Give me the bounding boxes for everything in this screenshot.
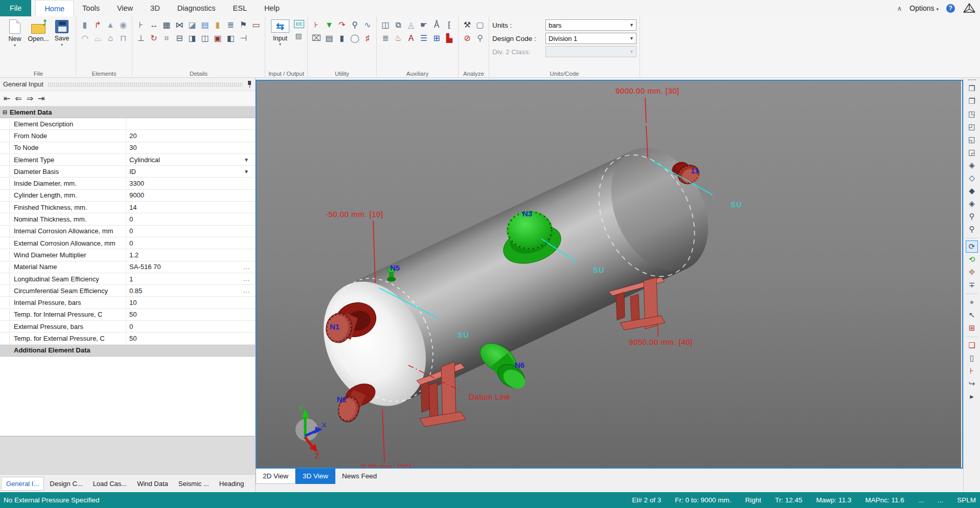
property-value[interactable]: 30 bbox=[126, 142, 255, 153]
two-cylinders-icon[interactable]: ◫ bbox=[380, 19, 391, 31]
hand-pick-icon[interactable]: ☛ bbox=[418, 19, 429, 31]
view-tab-2dview[interactable]: 2D View bbox=[256, 469, 295, 484]
tab-view[interactable]: View bbox=[108, 0, 142, 16]
panel-tab-winddata[interactable]: Wind Data bbox=[132, 477, 173, 490]
panel-tab-generali[interactable]: General I... bbox=[1, 477, 44, 491]
ellipsis-button[interactable]: ... bbox=[243, 275, 250, 282]
pdf-icon[interactable]: ▙ bbox=[444, 33, 455, 44]
select-arrow-icon[interactable]: ↖ bbox=[966, 309, 978, 321]
property-value[interactable]: 0 bbox=[126, 237, 255, 249]
property-value[interactable]: 0 bbox=[126, 321, 255, 332]
ring-icon[interactable]: ◯ bbox=[349, 33, 360, 44]
first-element-button[interactable]: ⇤ bbox=[4, 94, 10, 103]
insulation-icon[interactable]: ▮ bbox=[212, 19, 223, 31]
view-cube-sw-icon[interactable]: ❐ bbox=[966, 95, 978, 107]
weld-seam-icon[interactable]: ◧ bbox=[225, 33, 236, 44]
clip-icon[interactable]: ▣ bbox=[212, 33, 223, 44]
property-value[interactable]: 10 bbox=[126, 297, 255, 308]
legs-icon[interactable]: ◫ bbox=[199, 33, 211, 44]
corner-box-icon[interactable]: ⧉ bbox=[393, 19, 404, 31]
link-icon[interactable]: ∿ bbox=[362, 19, 373, 31]
analyze-run-icon[interactable]: ⚒ bbox=[462, 19, 473, 31]
force-moment-icon[interactable]: ↻ bbox=[148, 33, 159, 44]
tab-3d[interactable]: 3D bbox=[142, 0, 169, 16]
stiffening-ring-icon[interactable]: ↔ bbox=[148, 19, 159, 31]
basering-icon[interactable]: ⊥ bbox=[135, 33, 147, 44]
property-value[interactable]: Cylindrical▼ bbox=[126, 154, 255, 165]
zoom-window-icon[interactable]: ⚲ bbox=[966, 210, 978, 223]
zoom-extents-icon[interactable]: ⚲ bbox=[966, 223, 978, 235]
error-check-icon[interactable]: ⊘ bbox=[462, 33, 473, 44]
view-cube-nw-icon[interactable]: ◰ bbox=[966, 121, 978, 133]
rotate-element-icon[interactable]: ↷ bbox=[336, 19, 348, 31]
tray-icon[interactable]: ⊟ bbox=[174, 33, 185, 44]
view-cube-se-icon[interactable]: ❒ bbox=[966, 82, 978, 95]
property-value[interactable]: 14 bbox=[126, 202, 255, 213]
delete-element-icon[interactable]: ⌧ bbox=[311, 33, 322, 44]
property-value[interactable]: 3300 bbox=[126, 178, 255, 189]
panel-tab-designc[interactable]: Design C... bbox=[45, 477, 87, 490]
heat-icon[interactable]: ♨ bbox=[393, 33, 404, 44]
ellipsis-button[interactable]: ... bbox=[243, 287, 250, 294]
property-value[interactable]: 0 bbox=[126, 213, 255, 225]
view-iso-4-icon[interactable]: ◈ bbox=[966, 197, 978, 210]
chevron-down-icon[interactable]: ▼ bbox=[244, 169, 249, 174]
help-icon[interactable]: ? bbox=[946, 4, 955, 13]
elbow-element-icon[interactable]: ↱ bbox=[92, 19, 103, 31]
property-value[interactable]: 20 bbox=[126, 130, 255, 141]
tab-diagnostics[interactable]: Diagnostics bbox=[169, 0, 224, 16]
saddle-icon[interactable]: ⋈ bbox=[174, 19, 185, 31]
body-flange-icon[interactable]: ⌂ bbox=[105, 33, 116, 44]
filter-icon[interactable]: ▼ bbox=[324, 19, 335, 31]
nozzle-icon[interactable]: ⊦ bbox=[135, 19, 147, 31]
lug-icon[interactable]: ◪ bbox=[187, 19, 198, 31]
property-value[interactable]: SA-516 70... bbox=[126, 261, 255, 273]
more-icon[interactable]: ▸ bbox=[966, 390, 978, 403]
view-cube-top-icon[interactable]: ◲ bbox=[966, 146, 978, 159]
prev-element-button[interactable]: ⇐ bbox=[15, 94, 21, 103]
pin-icon[interactable] bbox=[247, 80, 252, 88]
weight-icon[interactable]: ▭ bbox=[250, 19, 262, 31]
spin-view-icon[interactable]: ⟲ bbox=[966, 253, 978, 266]
gray-nozzle-icon[interactable]: ◬ bbox=[405, 19, 417, 31]
show-cylinder-icon[interactable]: ▯ bbox=[966, 352, 978, 364]
rotate-view-icon[interactable]: ⟳ bbox=[966, 240, 978, 253]
tab-help[interactable]: Help bbox=[256, 0, 288, 16]
tab-home[interactable]: Home bbox=[35, 0, 74, 16]
view-iso-1-icon[interactable]: ◈ bbox=[966, 159, 978, 171]
liquid-icon[interactable]: ▤ bbox=[199, 19, 211, 31]
view-tab-3dview[interactable]: 3D View bbox=[295, 469, 335, 484]
save-button[interactable]: Save▾ bbox=[51, 18, 73, 47]
coil-element-icon[interactable]: ◉ bbox=[118, 19, 129, 31]
property-value[interactable]: 50 bbox=[126, 333, 255, 344]
barrel-icon[interactable]: ▮ bbox=[336, 33, 348, 44]
pan-hand-icon[interactable]: ✥ bbox=[966, 266, 978, 278]
view-cube-bottom-icon[interactable]: ◱ bbox=[966, 134, 978, 146]
zoom-20-icon[interactable]: ⚲ bbox=[349, 19, 360, 31]
options-button[interactable]: Options ▾ bbox=[909, 4, 939, 12]
view-tab-newsfeed[interactable]: News Feed bbox=[335, 469, 383, 483]
panel-tab-loadcas[interactable]: Load Cas... bbox=[88, 477, 132, 490]
property-value[interactable]: 1... bbox=[126, 273, 255, 284]
property-value[interactable]: 1.2 bbox=[126, 249, 255, 260]
input-button[interactable]: ⇆Input▾ bbox=[268, 18, 292, 47]
chevron-down-icon[interactable]: ▼ bbox=[244, 157, 249, 163]
edit-brackets-icon[interactable]: ⁅ bbox=[444, 19, 455, 31]
renumber-icon[interactable]: ♯ bbox=[362, 33, 373, 44]
show-flange-icon[interactable]: ⊦ bbox=[966, 365, 978, 377]
panel-tab-heading[interactable]: Heading bbox=[215, 477, 248, 490]
insert-element-icon[interactable]: ⊦ bbox=[311, 19, 322, 31]
collapse-group-icon[interactable]: ⊟ bbox=[0, 109, 10, 116]
access-db-icon[interactable]: A bbox=[405, 33, 417, 44]
cone-element-icon[interactable]: ▲ bbox=[105, 19, 116, 31]
skirt-icon[interactable]: ⊓ bbox=[118, 33, 129, 44]
measure-icon[interactable]: Å bbox=[431, 19, 442, 31]
list-blue-icon[interactable]: ☰ bbox=[418, 33, 429, 44]
list-edit-icon[interactable]: ▤ bbox=[324, 33, 335, 44]
collapse-ribbon-icon[interactable]: ∧ bbox=[897, 5, 902, 12]
units-combo[interactable]: bars▼ bbox=[545, 19, 636, 31]
view-iso-2-icon[interactable]: ◇ bbox=[966, 172, 978, 184]
open-button[interactable]: ⤴Open... bbox=[28, 18, 49, 47]
property-value[interactable] bbox=[126, 118, 255, 129]
panel-tab-seismic[interactable]: Seismic ... bbox=[174, 477, 214, 490]
